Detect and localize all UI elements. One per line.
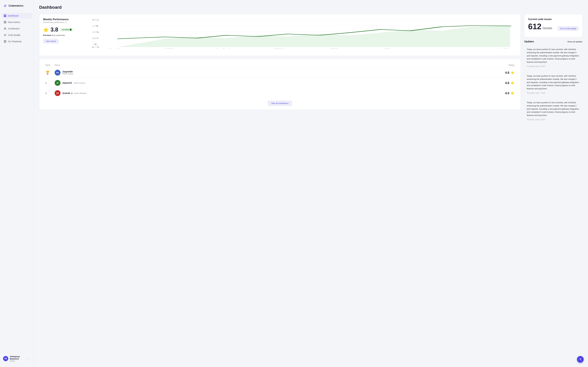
svg-text:Fr: Fr: [330, 48, 344, 49]
update-item: Today, our team pushed 15 new commits, w…: [524, 45, 582, 70]
sidebar-user-info: Volodymyr Boiarinov Sidejar: [10, 355, 26, 362]
svg-point-7: [5, 35, 6, 35]
performance-chart: 5 4 3 2 1 0: [80, 18, 517, 49]
view-report-button[interactable]: View report: [43, 39, 59, 44]
user-cell: SS @sarah_s Sarah Simpson: [55, 90, 499, 96]
sidebar-bottom: VB Volodymyr Boiarinov Sidejar ···: [2, 354, 32, 363]
sidebar-item-label: Code Quality: [8, 34, 20, 36]
rating-value: 4.5: [505, 92, 509, 95]
user-full-name: Sarah Simpson: [74, 92, 86, 94]
rating-cell: 4.5 ⭐: [499, 91, 514, 95]
svg-text:Th: Th: [274, 48, 291, 49]
weekly-left: Weekly Performance Overall team performa…: [43, 18, 77, 49]
sidebar-item-label: Contributors: [8, 27, 20, 30]
table-row: 🏆 PG @pgratale Peter Gratale 4.8 ⭐: [43, 67, 517, 78]
logo-area: Codemetrics: [2, 4, 32, 13]
issues-label: issues: [543, 26, 552, 30]
score-row: ⭐ 3.8 +11.01%: [43, 26, 77, 33]
user-info: @sarah_s Sarah Simpson: [62, 92, 87, 94]
col-name: Name: [55, 64, 499, 66]
sidebar-item-label: Dashboard: [8, 15, 18, 17]
issues-title: Current code issues: [528, 18, 552, 21]
grid-icon: [4, 14, 6, 17]
user-handle: @sarah_s: [62, 92, 73, 94]
svg-rect-2: [4, 16, 5, 17]
updates-header: Updates Show all updates: [524, 40, 582, 43]
weekly-subtitle: Overall team performance ?: [43, 21, 77, 23]
table-header: Rank Name Rating: [43, 63, 517, 67]
user-name: Volodymyr Boiarinov: [10, 355, 26, 360]
sidebar-item-contributors[interactable]: Contributors: [2, 26, 32, 32]
sidebar: Codemetrics Dashboard Dora metrics: [0, 0, 34, 367]
svg-text:Sa: Sa: [382, 48, 401, 49]
svg-rect-3: [5, 16, 6, 17]
weekly-performance-card: Weekly Performance Overall team performa…: [39, 14, 521, 56]
svg-point-5: [5, 22, 6, 23]
col-rank: Rank: [45, 64, 55, 66]
svg-point-6: [5, 28, 6, 29]
svg-rect-1: [5, 15, 6, 16]
logo-icon: [3, 4, 7, 8]
sidebar-item-our-roadmap[interactable]: Our Roadmap: [2, 39, 32, 44]
star-icon: ⭐: [43, 27, 49, 33]
book-icon: [4, 40, 6, 43]
main-content: Dashboard Weekly Performance Overall tea…: [34, 0, 588, 367]
gear-icon: [4, 34, 6, 36]
svg-marker-24: [119, 26, 510, 47]
chart-area: 5 4 3 2 1 0: [80, 18, 517, 49]
user-full-name: Peter Gratale: [62, 73, 73, 75]
svg-text:We: We: [216, 48, 239, 49]
avatar: PG: [55, 70, 61, 75]
content-grid: Weekly Performance Overall team performa…: [39, 14, 582, 125]
sidebar-nav: Dashboard Dora metrics Contributors Code: [2, 13, 32, 45]
floating-action-button[interactable]: [577, 356, 584, 363]
update-item: Today, our team pushed 15 new commits, w…: [524, 99, 582, 123]
svg-point-4: [4, 21, 6, 23]
circle-icon: [4, 21, 6, 24]
rating-value: 4.8: [505, 71, 509, 75]
right-column: Current code issues 612 issues Go to cod…: [524, 14, 582, 125]
update-text: Today, our team pushed 15 new commits, w…: [527, 75, 580, 90]
updates-title: Updates: [524, 40, 534, 43]
user-info: @pgratale Peter Gratale: [62, 70, 73, 75]
person-icon: [4, 27, 6, 30]
go-to-code-quality-button[interactable]: Go to code quality: [558, 26, 579, 31]
user-full-name: James Franco: [73, 82, 85, 84]
sidebar-item-dashboard[interactable]: Dashboard: [2, 13, 32, 19]
avatar: VB: [3, 356, 8, 361]
user-handle: @pgratale: [62, 70, 73, 73]
trend-icon: [69, 29, 72, 31]
svg-text:2: 2: [91, 37, 100, 39]
avatar: JF: [55, 80, 61, 86]
svg-text:5: 5: [91, 19, 100, 21]
user-menu-button[interactable]: ···: [27, 357, 30, 361]
table-row: 2 JF @jamesfr James Franco 4.6 ⭐: [43, 78, 517, 88]
star-icon: ⭐: [510, 81, 514, 85]
help-icon[interactable]: ?: [65, 21, 67, 23]
rank-number: 2: [45, 82, 47, 84]
see-all-contributors-button[interactable]: See all contributors: [268, 101, 292, 106]
sparkle-icon: [579, 358, 582, 361]
svg-text:0: 0: [91, 46, 100, 48]
issues-count-row: 612 issues Go to code quality: [528, 23, 579, 31]
score-number: 3.8: [51, 26, 58, 33]
sidebar-item-label: Our Roadmap: [8, 40, 21, 43]
svg-rect-0: [4, 15, 5, 16]
score-change: 0.8 more than yesterday: [43, 34, 77, 36]
avatar: SS: [55, 90, 61, 96]
sidebar-item-dora-metrics[interactable]: Dora metrics: [2, 19, 32, 25]
user-cell: JF @jamesfr James Franco: [55, 80, 499, 86]
svg-text:Tu: Tu: [164, 48, 182, 49]
sidebar-item-code-quality[interactable]: Code Quality: [2, 32, 32, 38]
weekly-title: Weekly Performance: [43, 18, 77, 21]
svg-text:Mo: Mo: [108, 48, 129, 49]
table-row: 3 SS @sarah_s Sarah Simpson 4.5 ⭐: [43, 88, 517, 98]
show-all-updates-link[interactable]: Show all updates: [567, 41, 582, 43]
svg-text:1: 1: [91, 43, 100, 45]
issues-count: 612: [528, 23, 541, 30]
score-badge: +11.01%: [60, 28, 73, 31]
rank-cell: 2: [45, 82, 55, 84]
star-icon: ⭐: [510, 71, 514, 75]
trophy-icon: 🏆: [45, 71, 50, 75]
user-subtitle: Sidejar: [10, 360, 26, 362]
